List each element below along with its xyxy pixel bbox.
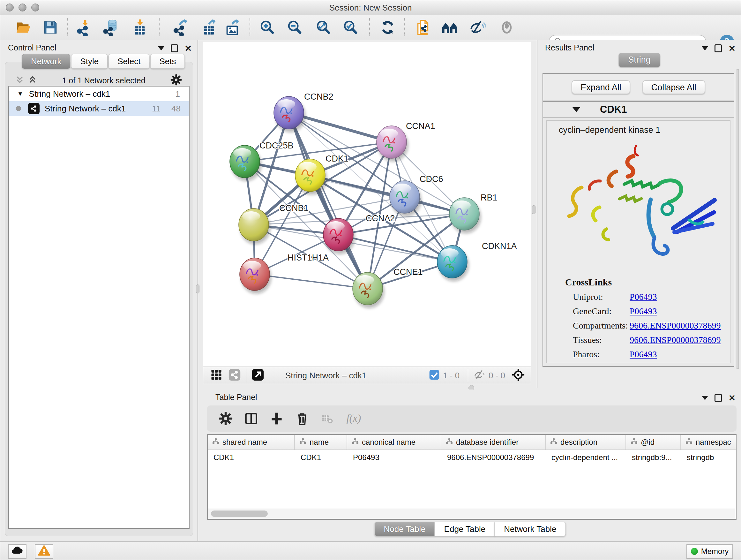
tab-sets[interactable]: Sets xyxy=(150,54,185,69)
hide-selected-icon[interactable] xyxy=(468,18,487,37)
network-node-CDC6[interactable]: CDC6 xyxy=(390,174,443,216)
network-options-gear-icon[interactable] xyxy=(171,74,182,87)
refresh-layout-icon[interactable] xyxy=(378,18,397,37)
crosslink-link[interactable]: P06493 xyxy=(630,292,657,302)
warnings-button[interactable] xyxy=(35,544,53,559)
close-panel-icon[interactable]: ✕ xyxy=(728,395,736,401)
cloud-button[interactable] xyxy=(8,544,26,559)
save-session-icon[interactable] xyxy=(41,18,60,37)
float-panel-icon[interactable] xyxy=(158,46,164,51)
gene-description: cyclin–dependent kinase 1 xyxy=(559,125,730,135)
panel-splitter-handle[interactable] xyxy=(196,285,199,294)
network-node-CDK1[interactable]: CDK1 xyxy=(295,154,348,195)
clone-network-icon[interactable] xyxy=(414,18,433,37)
results-splitter-handle[interactable] xyxy=(532,205,536,214)
network-node-CDKN1A[interactable]: CDKN1A xyxy=(437,241,517,281)
node-label: CCNE1 xyxy=(394,267,423,277)
network-edge[interactable] xyxy=(255,274,367,289)
tree-expand-caret-icon[interactable]: ▼ xyxy=(17,90,23,98)
title-bar: Session: New Session xyxy=(0,0,741,15)
first-neighbors-icon[interactable] xyxy=(440,18,459,37)
network-canvas[interactable]: CCNB2CCNA1CDC25BCDK1CDC6RB1CCNB1CCNA2CDK… xyxy=(203,42,531,367)
memory-button[interactable]: Memory xyxy=(686,544,733,559)
export-network-icon[interactable] xyxy=(172,18,191,37)
crosslink-link[interactable]: P06493 xyxy=(630,349,657,360)
maximize-panel-icon[interactable] xyxy=(171,44,178,52)
network-node-RB1[interactable]: RB1 xyxy=(449,193,497,233)
crosslink-row: Tissues:9606.ENSP00000378699 xyxy=(573,333,730,347)
zoom-out-icon[interactable] xyxy=(285,18,305,37)
show-columns-icon[interactable] xyxy=(244,412,258,426)
network-node-HIST1H1A[interactable]: HIST1H1A xyxy=(240,253,329,294)
column-header-description[interactable]: description xyxy=(546,435,626,449)
selected-nodes-icon[interactable] xyxy=(429,369,440,381)
tab-string[interactable]: String xyxy=(618,53,660,67)
main-toolbar: ? xyxy=(0,15,741,40)
table-cell: P06493 xyxy=(347,450,441,465)
maximize-panel-icon[interactable] xyxy=(715,394,722,402)
show-all-icon[interactable] xyxy=(497,18,516,37)
zoom-in-icon[interactable] xyxy=(258,18,277,37)
crosslink-label: Tissues: xyxy=(573,335,630,345)
zoom-fit-icon[interactable] xyxy=(314,18,333,37)
network-share-icon[interactable] xyxy=(228,368,241,382)
column-header--id[interactable]: @id xyxy=(626,435,681,449)
section-collapse-caret-icon[interactable] xyxy=(572,107,580,112)
delete-column-trash-icon[interactable] xyxy=(295,412,309,426)
node-label: RB1 xyxy=(481,193,497,202)
birdseye-view-icon[interactable] xyxy=(512,368,525,383)
import-table-icon[interactable] xyxy=(130,18,149,37)
tab-node-table[interactable]: Node Table xyxy=(375,522,435,537)
column-header-shared-name[interactable]: shared name xyxy=(208,435,295,449)
zoom-selected-icon[interactable] xyxy=(341,18,360,37)
import-network-icon[interactable] xyxy=(75,18,94,37)
function-builder-icon[interactable]: f(x) xyxy=(345,412,372,426)
crosslink-link[interactable]: P06493 xyxy=(630,306,657,316)
expand-all-button[interactable]: Expand All xyxy=(571,80,630,94)
tab-select[interactable]: Select xyxy=(109,54,149,69)
column-header-namespac[interactable]: namespac xyxy=(681,435,736,449)
open-file-icon[interactable] xyxy=(14,18,33,37)
grid-view-icon[interactable] xyxy=(210,369,222,382)
float-panel-icon[interactable] xyxy=(702,396,708,400)
column-header-name[interactable]: name xyxy=(295,435,347,449)
network-row-selected[interactable]: String Network – cdk1 11 48 xyxy=(9,101,189,116)
crosslink-row: Uniprot:P06493 xyxy=(573,290,730,304)
open-in-browser-icon[interactable] xyxy=(252,368,264,382)
table-scrollbar-track[interactable] xyxy=(208,509,735,518)
node-label: CDK1 xyxy=(326,154,348,164)
hidden-nodes-eye-slash-icon[interactable] xyxy=(473,369,485,382)
float-panel-icon[interactable] xyxy=(702,46,708,51)
table-scrollbar-thumb[interactable] xyxy=(211,510,268,517)
network-collection-row[interactable]: ▼ String Network – cdk1 1 xyxy=(9,86,189,101)
results-scrollbar[interactable] xyxy=(737,69,739,369)
crosslink-link[interactable]: 9606.ENSP00000378699 xyxy=(630,335,721,345)
column-header-canonical-name[interactable]: canonical name xyxy=(347,435,441,449)
node-label: CDC6 xyxy=(420,174,443,184)
crosslink-link[interactable]: 9606.ENSP00000378699 xyxy=(630,320,721,331)
import-database-icon[interactable] xyxy=(102,18,121,37)
export-image-icon[interactable] xyxy=(223,18,242,37)
tab-style[interactable]: Style xyxy=(71,54,108,69)
toolbar-separator xyxy=(159,18,159,36)
maximize-panel-icon[interactable] xyxy=(715,44,722,52)
tab-network-table[interactable]: Network Table xyxy=(495,522,565,537)
table-options-gear-icon[interactable] xyxy=(219,412,232,426)
collapse-all-networks-icon[interactable] xyxy=(15,75,24,85)
add-column-icon[interactable] xyxy=(270,412,284,426)
crosslink-row: Compartments:9606.ENSP00000378699 xyxy=(573,318,730,333)
crosslinks-title: CrossLinks xyxy=(565,277,730,288)
delete-table-icon[interactable] xyxy=(321,412,333,425)
toolbar-separator xyxy=(404,18,405,36)
expand-all-networks-icon[interactable] xyxy=(28,75,37,85)
cloud-icon xyxy=(11,544,23,558)
close-panel-icon[interactable]: ✕ xyxy=(728,45,736,52)
cdk1-section-header[interactable]: CDK1 xyxy=(543,102,734,118)
export-table-icon[interactable] xyxy=(199,18,219,37)
column-header-database-identifier[interactable]: database identifier xyxy=(441,435,546,449)
close-panel-icon[interactable]: ✕ xyxy=(185,45,192,52)
tab-edge-table[interactable]: Edge Table xyxy=(435,522,495,537)
tab-network[interactable]: Network xyxy=(22,54,70,69)
table-row[interactable]: CDK1CDK1P064939606.ENSP00000378699cyclin… xyxy=(208,450,736,465)
collapse-all-button[interactable]: Collapse All xyxy=(643,80,705,94)
